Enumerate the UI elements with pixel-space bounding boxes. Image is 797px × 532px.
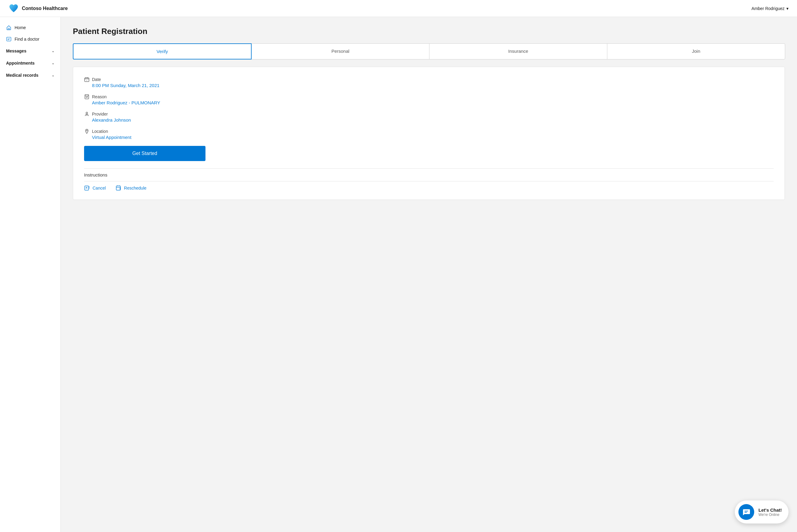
- location-icon: [84, 129, 90, 134]
- chat-icon: [742, 508, 750, 516]
- svg-rect-3: [86, 77, 86, 79]
- messages-chevron-icon: ⌄: [52, 49, 54, 53]
- reason-row: Reason Amber Rodriguez - PULMONARY: [84, 94, 774, 105]
- cancel-icon: [84, 185, 90, 191]
- provider-row: Provider Alexandra Johnson: [84, 111, 774, 122]
- home-icon: [6, 25, 12, 30]
- get-started-button[interactable]: Get Started: [84, 146, 205, 161]
- chat-icon-circle: [738, 504, 754, 520]
- svg-point-9: [86, 130, 88, 131]
- app-header: Contoso Healthcare Amber Rodriguez ▾: [0, 0, 797, 17]
- sidebar-item-find-doctor-label: Find a doctor: [15, 37, 39, 41]
- brand-logo-group: Contoso Healthcare: [8, 3, 68, 14]
- tab-join[interactable]: Join: [607, 43, 785, 59]
- find-doctor-icon: [6, 36, 12, 42]
- svg-rect-11: [116, 186, 121, 190]
- reschedule-icon: [116, 185, 122, 191]
- svg-point-5: [87, 80, 87, 81]
- user-menu[interactable]: Amber Rodriguez ▾: [752, 6, 789, 11]
- reschedule-label: Reschedule: [124, 186, 147, 190]
- svg-rect-2: [85, 78, 89, 82]
- tab-verify[interactable]: Verify: [73, 43, 252, 59]
- svg-point-7: [86, 96, 88, 97]
- reason-label: Reason: [92, 94, 107, 99]
- registration-tabs: Verify Personal Insurance Join: [73, 43, 785, 59]
- sidebar-section-appointments[interactable]: Appointments ⌄: [0, 57, 60, 69]
- medical-records-chevron-icon: ⌄: [52, 73, 54, 77]
- reason-value: Amber Rodriguez - PULMONARY: [92, 100, 774, 105]
- reschedule-button[interactable]: Reschedule: [116, 185, 147, 191]
- sidebar-section-medical-records[interactable]: Medical records ⌄: [0, 69, 60, 81]
- app-layout: Home Find a doctor Messages ⌄ Appointmen…: [0, 17, 797, 532]
- sidebar-section-messages[interactable]: Messages ⌄: [0, 45, 60, 57]
- user-chevron-icon: ▾: [786, 6, 789, 11]
- provider-label: Provider: [92, 112, 108, 116]
- cancel-button[interactable]: Cancel: [84, 185, 106, 191]
- tab-personal[interactable]: Personal: [251, 43, 429, 59]
- sidebar-item-home[interactable]: Home: [0, 22, 60, 33]
- svg-rect-14: [744, 511, 748, 511]
- divider-1: [84, 168, 774, 169]
- svg-rect-4: [88, 77, 88, 79]
- user-name: Amber Rodriguez: [752, 6, 784, 11]
- chat-bubble[interactable]: Let's Chat! We're Online: [735, 500, 789, 524]
- card-actions: Cancel Reschedule: [84, 185, 774, 191]
- svg-rect-13: [119, 186, 119, 187]
- date-row: Date 8:00 PM Sunday, March 21, 2021: [84, 77, 774, 88]
- tab-insurance[interactable]: Insurance: [429, 43, 607, 59]
- brand-name: Contoso Healthcare: [22, 6, 68, 11]
- date-icon: [84, 77, 90, 82]
- svg-rect-12: [117, 186, 118, 187]
- page-title: Patient Registration: [73, 27, 785, 36]
- sidebar-section-appointments-label: Appointments: [6, 61, 35, 65]
- chat-text: Let's Chat! We're Online: [758, 508, 782, 517]
- chat-title: Let's Chat!: [758, 508, 782, 513]
- instructions-label: Instructions: [84, 172, 774, 177]
- chat-subtitle: We're Online: [758, 513, 782, 517]
- divider-2: [84, 181, 774, 182]
- sidebar-item-find-doctor[interactable]: Find a doctor: [0, 33, 60, 45]
- cancel-label: Cancel: [93, 186, 106, 190]
- reason-icon: [84, 94, 90, 99]
- appointment-card: Date 8:00 PM Sunday, March 21, 2021 Reas…: [73, 67, 785, 200]
- location-row: Location Virtual Appointment: [84, 129, 774, 140]
- location-label: Location: [92, 129, 108, 134]
- main-content: Patient Registration Verify Personal Ins…: [61, 17, 797, 532]
- appointments-chevron-icon: ⌄: [52, 61, 54, 65]
- svg-rect-1: [7, 37, 11, 41]
- sidebar-item-home-label: Home: [15, 25, 26, 30]
- svg-point-8: [86, 112, 88, 114]
- sidebar-section-messages-label: Messages: [6, 49, 26, 53]
- location-value: Virtual Appointment: [92, 135, 774, 140]
- date-value: 8:00 PM Sunday, March 21, 2021: [92, 83, 774, 88]
- svg-rect-15: [744, 512, 747, 513]
- provider-icon: [84, 111, 90, 117]
- date-label: Date: [92, 77, 101, 82]
- sidebar: Home Find a doctor Messages ⌄ Appointmen…: [0, 17, 61, 532]
- provider-value: Alexandra Johnson: [92, 117, 774, 122]
- brand-logo-icon: [8, 3, 19, 14]
- sidebar-section-medical-records-label: Medical records: [6, 73, 39, 78]
- svg-rect-0: [8, 28, 10, 30]
